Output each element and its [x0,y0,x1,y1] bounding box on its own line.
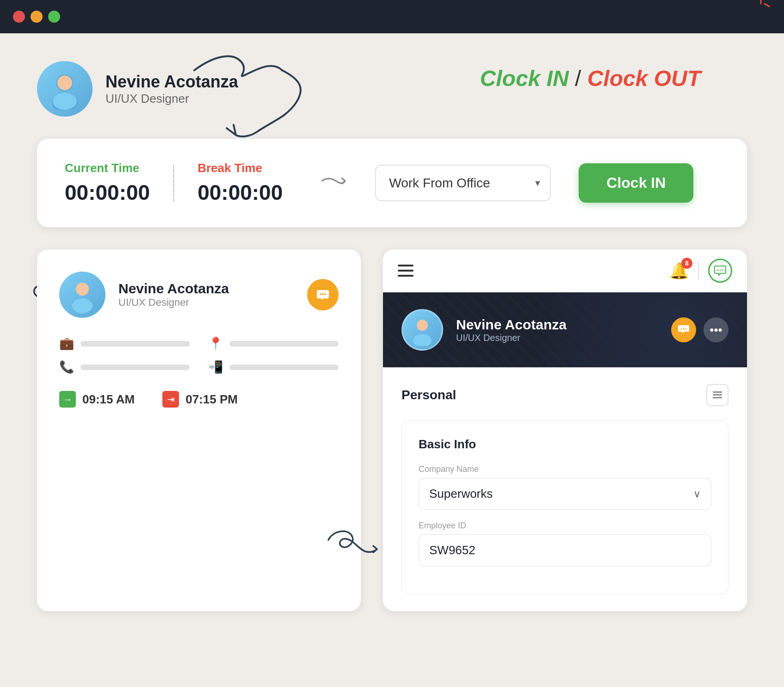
info-line-phone2 [229,365,339,370]
notification-badge: 8 [681,258,692,269]
arrow-decoration [167,47,361,151]
info-item-phone2: 📲 [208,360,339,374]
svg-point-9 [322,293,324,295]
svg-point-2 [57,75,72,90]
banner-info: Nevine Acotanza UI/UX Designer [456,317,658,343]
clock-in-button[interactable]: Clock IN [579,163,693,203]
check-in-icon: → [59,391,76,408]
employee-id-field: Employee ID SW9652 [419,521,711,566]
deco-marks [752,0,770,16]
current-time-value: 00:00:00 [65,180,150,205]
main-content: Nevine Acotanza UI/UX Designer Clock IN … [0,33,784,639]
info-row-1: 💼 📍 [59,336,339,351]
chat-icon-button[interactable] [708,259,732,283]
phone-add-icon: 📲 [208,360,223,374]
clock-labels: Clock IN / Clock OUT [480,66,701,91]
svg-point-3 [53,93,77,110]
banner-more-button[interactable]: ••• [704,317,728,342]
info-item-phone: 📞 [59,360,190,374]
swirl-decoration-bottom [324,526,379,565]
panel-content: Personal Basic Info Company Name [383,367,747,611]
titlebar [0,0,784,33]
avatar [37,61,93,117]
hamburger-line-1 [398,265,414,266]
panel-divider [698,261,699,280]
minimize-button[interactable] [31,11,43,23]
attendance-row: → 09:15 AM ⇥ 07:15 PM [59,391,339,408]
break-time-value: 00:00:00 [198,180,283,205]
profile-banner: Nevine Acotanza UI/UX Designer ••• [383,292,747,367]
location-icon: 📍 [208,336,223,351]
arrow-right-icon [320,172,347,194]
time-divider [173,165,174,202]
employee-card-info: Nevine Acotanza UI/UX Designer [118,281,229,309]
time-section: Current Time 00:00:00 Break Time 00:00:0… [65,161,283,205]
svg-point-6 [76,283,89,296]
check-in-time: 09:15 AM [82,392,135,407]
svg-point-11 [717,270,719,271]
svg-point-12 [720,270,721,271]
svg-point-8 [320,293,321,295]
svg-rect-20 [713,394,722,396]
basic-info-title: Basic Info [419,437,711,452]
check-out-time: 07:15 PM [185,392,238,407]
employee-role: UI/UX Designer [118,297,229,309]
banner-role: UI/UX Designer [456,333,658,343]
svg-point-14 [417,320,428,331]
timer-card: Current Time 00:00:00 Break Time 00:00:0… [37,139,747,227]
briefcase-icon: 💼 [59,336,74,351]
clock-out-label: Clock OUT [587,66,701,91]
info-rows: 💼 📍 📞 📲 [59,336,339,374]
banner-avatar [401,309,443,351]
banner-actions: ••• [671,317,728,342]
employee-id-label: Employee ID [419,521,711,531]
employee-avatar [59,272,105,318]
svg-point-7 [72,298,93,313]
svg-point-15 [413,334,432,346]
employee-card: Nevine Acotanza UI/UX Designer 💼 [37,249,361,611]
banner-name: Nevine Acotanza [456,317,658,333]
current-time-label: Current Time [65,161,150,175]
employee-id-value: SW9652 [429,543,475,557]
list-view-button[interactable] [706,384,728,406]
info-item-job: 💼 [59,336,190,351]
svg-rect-21 [713,397,722,398]
location-select-wrapper[interactable]: Work From OfficeWork From HomeOn Field [375,165,551,201]
basic-info-section: Basic Info Company Name Superworks ∨ Emp… [401,420,728,594]
employee-id-value-row: SW9652 [419,534,711,566]
hamburger-menu[interactable] [398,265,414,277]
check-in-item: → 09:15 AM [59,391,135,408]
svg-point-13 [722,270,723,271]
hamburger-line-2 [398,270,414,272]
info-item-location: 📍 [208,336,339,351]
personal-header: Personal [401,384,728,406]
clock-in-label: Clock IN [480,66,569,91]
slash-separator: / [575,66,587,91]
personal-title: Personal [401,388,456,402]
close-button[interactable] [13,11,25,23]
bottom-section: Nevine Acotanza UI/UX Designer 💼 [37,249,747,611]
svg-point-16 [681,328,682,330]
panel-header-bar: 🔔 8 [383,249,747,292]
info-line-job [80,341,190,347]
chat-bubble-button[interactable] [307,279,339,310]
svg-point-18 [685,328,687,330]
panel-icons: 🔔 8 [669,259,732,283]
employee-profile-panel: 🔔 8 [383,249,747,611]
maximize-button[interactable] [48,11,60,23]
svg-point-10 [324,293,326,295]
top-section: Nevine Acotanza UI/UX Designer Clock IN … [37,61,747,117]
svg-point-17 [683,328,685,330]
info-line-location [229,341,339,347]
hamburger-line-3 [398,275,414,277]
company-name-value-row[interactable]: Superworks ∨ [419,478,711,510]
check-out-item: ⇥ 07:15 PM [162,391,238,408]
location-select[interactable]: Work From OfficeWork From HomeOn Field [375,165,551,201]
employee-name: Nevine Acotanza [118,281,229,297]
info-line-phone [80,365,190,370]
banner-chat-button[interactable] [671,317,696,342]
company-name-field: Company Name Superworks ∨ [419,464,711,510]
svg-line-5 [765,4,769,6]
notification-bell[interactable]: 🔔 8 [669,261,689,280]
info-row-2: 📞 📲 [59,360,339,374]
